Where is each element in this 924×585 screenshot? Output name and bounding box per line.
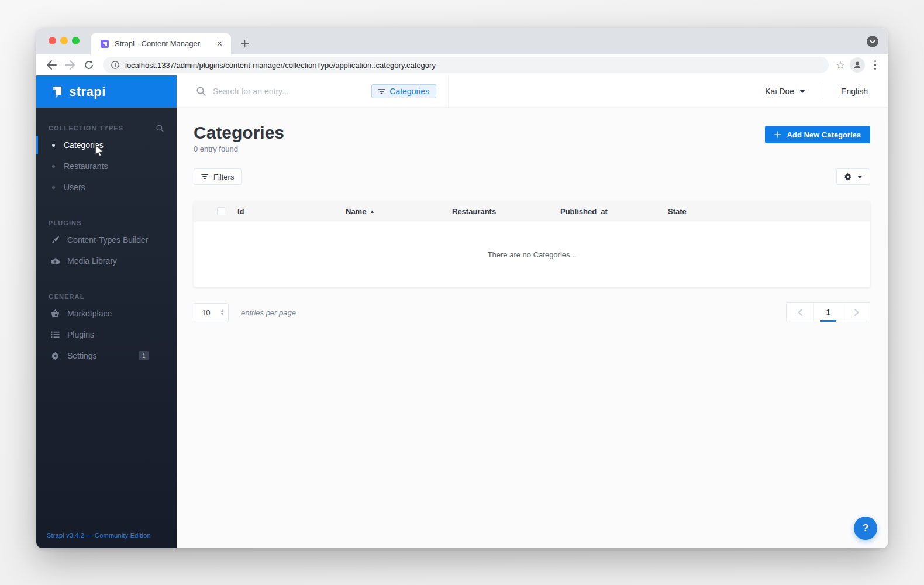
address-bar[interactable]: localhost:1337/admin/plugins/content-man… [103,57,829,73]
section-label-collection-types: COLLECTION TYPES [49,125,123,132]
entries-per-page-select[interactable]: 10 ▴▾ [194,303,229,322]
gear-icon [844,173,851,181]
sidebar-search-icon[interactable] [156,125,164,132]
previous-page-button[interactable] [787,303,813,322]
minimize-window-button[interactable] [60,37,68,44]
collection-filter-chip[interactable]: Categories [371,84,436,98]
column-header-name[interactable]: Name ▲ [346,207,452,216]
sidebar-item-label: Content-Types Builder [67,235,149,245]
bullet-icon [52,144,55,147]
user-name-label: Kai Doe [765,87,794,96]
sidebar-item-label: Categories [64,140,104,150]
search-icon [196,87,206,96]
sidebar-item-users[interactable]: Users [36,177,177,198]
per-page-label: entries per page [241,308,296,317]
bullet-icon [52,165,55,168]
column-label: Name [346,207,366,216]
help-button[interactable]: ? [854,517,877,540]
content-body: Categories 0 entry found Add New Categor… [177,108,888,548]
user-zone: Kai Doe English [765,75,888,107]
forward-button[interactable] [63,58,77,72]
column-header-state[interactable]: State [668,207,870,216]
chevron-right-icon [854,309,859,316]
maximize-window-button[interactable] [72,37,80,44]
filters-button-label: Filters [213,173,234,181]
filter-icon [201,174,208,180]
downloads-button[interactable] [867,36,878,47]
browser-profile-avatar[interactable] [850,57,865,73]
browser-tab[interactable]: Strapi - Content Manager × [91,33,231,54]
pagination: 1 [786,302,870,322]
sidebar-item-label: Settings [67,351,97,360]
browser-menu-icon[interactable] [871,60,880,70]
sidebar: strapi COLLECTION TYPES Categories Resta… [36,75,177,548]
chevron-left-icon [798,309,802,316]
sidebar-item-content-types-builder[interactable]: Content-Types Builder [36,229,177,250]
back-button[interactable] [44,58,58,72]
chevron-down-icon [799,90,805,93]
language-switcher[interactable]: English [841,87,868,96]
sidebar-item-plugins[interactable]: Plugins [36,324,177,345]
cloud-upload-icon [50,256,60,266]
stepper-icon: ▴▾ [221,309,223,316]
column-header-id[interactable]: Id [237,207,346,216]
close-window-button[interactable] [49,37,56,44]
sidebar-item-label: Marketplace [67,309,112,318]
paintbrush-icon [50,235,60,245]
select-all-cell [194,207,237,215]
window-controls [49,37,80,44]
browser-toolbar: localhost:1337/admin/plugins/content-man… [36,54,888,75]
filters-button[interactable]: Filters [194,168,242,185]
view-settings-button[interactable] [836,168,870,185]
section-label-general: GENERAL [49,293,84,300]
gear-icon [50,351,60,360]
sort-asc-icon: ▲ [370,209,374,214]
sidebar-item-media-library[interactable]: Media Library [36,250,177,271]
table-empty-state: There are no Categories... [194,222,870,287]
plus-icon [774,131,781,138]
entry-count: 0 entry found [194,144,284,153]
per-page-value: 10 [202,308,210,317]
entries-table: Id Name ▲ Restaurants Published_at State… [194,201,870,287]
url-text: localhost:1337/admin/plugins/content-man… [125,61,436,70]
empty-message: There are no Categories... [488,250,577,259]
filter-icon [378,89,385,94]
bookmark-star-icon[interactable]: ☆ [836,59,844,71]
reload-button[interactable] [82,58,96,72]
tab-title: Strapi - Content Manager [115,39,214,48]
search-input[interactable] [213,87,371,96]
chevron-down-icon [857,176,863,178]
page-number[interactable]: 1 [813,303,843,322]
tab-close-icon[interactable]: × [214,38,225,50]
sidebar-item-label: Restaurants [64,161,108,171]
basket-icon [50,309,60,318]
content-header: Categories Kai Doe English [177,75,888,108]
user-menu[interactable]: Kai Doe [765,87,805,96]
sidebar-item-categories[interactable]: Categories [36,135,177,156]
site-info-icon[interactable] [111,61,119,69]
add-button-label: Add New Categories [787,130,861,139]
next-page-button[interactable] [843,303,870,322]
strapi-favicon-icon [100,39,109,49]
new-tab-button[interactable] [237,36,251,50]
sidebar-item-marketplace[interactable]: Marketplace [36,303,177,324]
settings-badge: 1 [139,351,149,360]
main-area: Categories Kai Doe English Categories [177,75,888,548]
sidebar-item-restaurants[interactable]: Restaurants [36,156,177,177]
add-new-categories-button[interactable]: Add New Categories [765,126,870,143]
section-label-plugins: PLUGINS [49,219,82,226]
sidebar-item-label: Users [64,183,85,192]
column-header-published-at[interactable]: Published_at [560,207,668,216]
sidebar-item-label: Media Library [67,256,117,266]
browser-window: Strapi - Content Manager × localhost:133… [36,28,888,548]
strapi-version-link[interactable]: Strapi v3.4.2 — Community Edition [36,532,177,548]
strapi-logo-text: strapi [69,84,106,99]
select-all-checkbox[interactable] [217,207,225,215]
sidebar-item-label: Plugins [67,330,94,339]
table-header-row: Id Name ▲ Restaurants Published_at State [194,201,870,222]
sidebar-item-settings[interactable]: Settings 1 [36,345,177,366]
column-header-restaurants[interactable]: Restaurants [452,207,560,216]
strapi-logo[interactable]: strapi [36,75,177,108]
search-zone: Categories [177,75,449,107]
strapi-logo-icon [49,84,64,99]
